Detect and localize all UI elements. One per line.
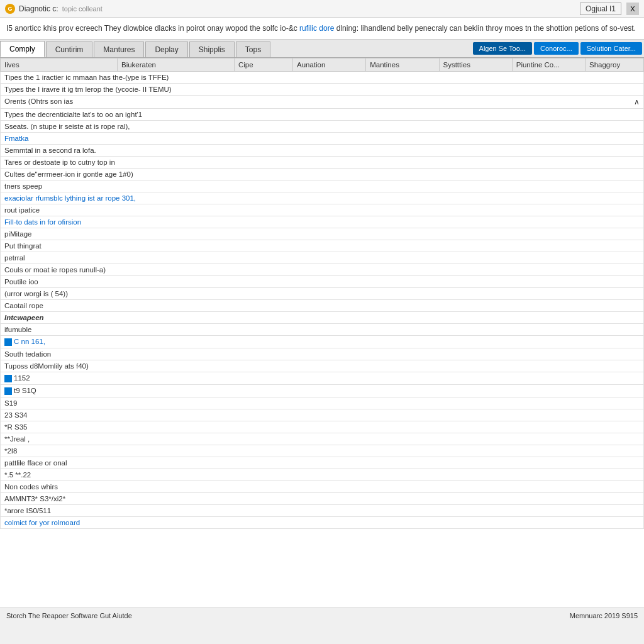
main-content: Iives Biukeraten Cipe Aunation Mantines … [0,58,644,608]
table-cell-text: S19 [1,397,644,409]
table-row[interactable]: Couls or moat ie ropes runull-a) [1,264,644,276]
col-header-cipe: Cipe [235,58,293,72]
table-cell-text: Semmtal in a second ra lofa. [1,145,644,157]
table-row[interactable]: (urror worgi is ( 54)) [1,288,644,300]
status-left: Storch The Reapoer Software Gut Aiutde [6,612,132,619]
table-row[interactable]: ifumuble [1,324,644,336]
table-cell-text: Poutile ioo [1,276,644,288]
collapse-icon[interactable]: ∧ [634,97,640,106]
table-row[interactable]: S19 [1,397,644,409]
table-cell-text: *2I8 [1,445,644,457]
table-row[interactable]: Semmtal in a second ra lofa. [1,145,644,157]
table-cell-text: Intcwapeen [1,312,644,324]
table-wrapper[interactable]: Iives Biukeraten Cipe Aunation Mantines … [0,58,644,608]
table-row[interactable]: *2I8 [1,445,644,457]
table-row[interactable]: C nn 161, [1,336,644,348]
table-row[interactable]: Cultes de"errmeer-ion ir gontle age 1#0) [1,169,644,180]
table-row[interactable]: Intcwapeen [1,312,644,324]
table-cell-text: Fmatka [1,133,644,145]
col-header-biukeraten: Biukeraten [118,58,235,72]
row-icon [4,387,12,395]
action-button-3[interactable]: Solution Cater... [580,42,642,55]
table-row[interactable]: rout ipatice [1,204,644,216]
table-cell-text: Sseats. (n stupe ir seiste at is rope ra… [1,121,644,133]
table-row[interactable]: t9 S1Q [1,384,644,397]
table-row[interactable]: piMitage [1,228,644,240]
table-cell-text: Types the I iravre it ig tm lerop the (y… [1,84,644,96]
title-bar: G Diagnotic c: topic colleant Ogjual I1 … [0,0,644,18]
col-header-mantines: Mantines [366,58,439,72]
window-label: Ogjual I1 [580,3,621,15]
table-cell-text: tners speep [1,180,644,192]
app-icon: G [5,4,15,14]
table-row[interactable]: Tares or destoate ip to cutny top in [1,157,644,169]
table-row[interactable]: **Jreal , [1,433,644,445]
tab-comply[interactable]: Comply [0,41,45,57]
table-cell-text: Tipes the 1 iractier ic mmaan has the-(y… [1,72,644,84]
table-row[interactable]: Fill-to dats in for ofirsion [1,216,644,228]
tab-bar: Comply Cuntirim Mantures Deplay Shipplis… [0,40,644,58]
description-area: I5 anorticc khis prov ecreech They dlowb… [0,18,644,40]
table-row[interactable]: pattlile fface or onal [1,457,644,469]
table-row[interactable]: petrral [1,252,644,264]
table-row[interactable]: 1152 [1,372,644,384]
tab-cuntirim[interactable]: Cuntirim [46,42,93,57]
action-button-1[interactable]: Algen Se Too... [473,42,532,55]
table-cell-text: Put thingrat [1,240,644,252]
table-header-row: Iives Biukeraten Cipe Aunation Mantines … [1,58,644,72]
col-header-systtties: Systtties [439,58,512,72]
table-row[interactable]: AMMNT3* S3*/xi2* [1,492,644,504]
tab-shipplis[interactable]: Shipplis [189,42,235,57]
table-cell-text: Orents (Ohtrs son ias∧ [1,96,644,109]
table-row[interactable]: Types the decrenticialte lat's to oo an … [1,109,644,121]
table-cell-text: Cultes de"errmeer-ion ir gontle age 1#0) [1,169,644,180]
close-button[interactable]: X [626,3,639,15]
table-cell-text: t9 S1Q [1,384,644,397]
table-cell-text: Fill-to dats in for ofirsion [1,216,644,228]
description-text1: I5 anorticc khis prov ecreech They dlowb… [6,24,299,33]
table-row[interactable]: colmict for yor rolmoard [1,516,644,528]
status-bar: Storch The Reapoer Software Gut Aiutde M… [0,608,644,623]
table-row[interactable]: Sseats. (n stupe ir seiste at is rope ra… [1,121,644,133]
table-cell-text: **Jreal , [1,433,644,445]
table-cell-text: colmict for yor rolmoard [1,516,644,528]
col-header-piuntine: Piuntine Co... [512,58,585,72]
table-row[interactable]: Fmatka [1,133,644,145]
table-row[interactable]: *.5 **.22 [1,469,644,480]
table-row[interactable]: Tipes the 1 iractier ic mmaan has the-(y… [1,72,644,84]
table-row[interactable]: South tedation [1,348,644,360]
table-row[interactable]: Orents (Ohtrs son ias∧ [1,96,644,109]
table-row[interactable]: Caotail rope [1,300,644,312]
table-row[interactable]: Put thingrat [1,240,644,252]
status-right: Memnuarc 2019 S915 [570,612,638,619]
description-text2: dlning: lihandlend belly penecraly can b… [334,24,636,33]
table-cell-text: Couls or moat ie ropes runull-a) [1,264,644,276]
table-cell-text: pattlile fface or onal [1,457,644,469]
table-cell-text: exaciolar rfumsblc lything ist ar rope 3… [1,192,644,204]
tab-tops[interactable]: Tops [236,42,270,57]
tab-mantures[interactable]: Mantures [94,42,144,57]
table-row[interactable]: Poutile ioo [1,276,644,288]
table-cell-text: Tuposs d8Momlily ats f40) [1,360,644,372]
table-row[interactable]: Non codes whirs [1,480,644,492]
title-bar-right: Ogjual I1 X [580,3,639,15]
table-cell-text: Tares or destoate ip to cutny top in [1,157,644,169]
table-row[interactable]: *R S35 [1,421,644,433]
table-cell-text: rout ipatice [1,204,644,216]
table-row[interactable]: exaciolar rfumsblc lything ist ar rope 3… [1,192,644,204]
table-row[interactable]: 23 S34 [1,409,644,421]
table-row[interactable]: tners speep [1,180,644,192]
table-cell-text: 1152 [1,372,644,384]
title-bar-left: G Diagnotic c: topic colleant [5,4,103,14]
title-bar-subtitle: topic colleant [62,5,103,13]
table-cell-text: *arore IS0/511 [1,504,644,516]
table-row[interactable]: *arore IS0/511 [1,504,644,516]
tab-deplay[interactable]: Deplay [145,42,187,57]
table-row[interactable]: Tuposs d8Momlily ats f40) [1,360,644,372]
table-cell-text: ifumuble [1,324,644,336]
action-button-2[interactable]: Conoroc... [534,42,579,55]
description-link[interactable]: rufilic dore [299,24,334,33]
table-cell-text: AMMNT3* S3*/xi2* [1,492,644,504]
table-cell-text: (urror worgi is ( 54)) [1,288,644,300]
table-row[interactable]: Types the I iravre it ig tm lerop the (y… [1,84,644,96]
